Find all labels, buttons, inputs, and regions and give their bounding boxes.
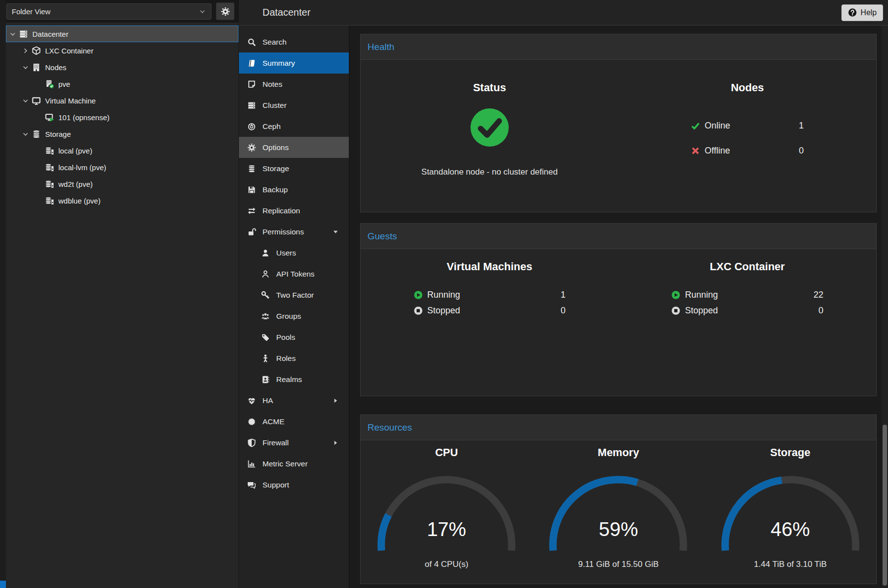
- resource-column-storage: Storage46%1.44 TiB of 3.10 TiB: [705, 440, 876, 570]
- menu-item-label: Roles: [276, 354, 296, 363]
- database-icon: [247, 164, 257, 173]
- menu-item-label: ACME: [262, 417, 285, 426]
- status-row-running: Running1: [414, 287, 566, 302]
- status-row-value: 1: [799, 121, 804, 131]
- tree-item-pve[interactable]: pve: [6, 76, 238, 92]
- menu-item-notes[interactable]: Notes: [239, 74, 349, 95]
- status-column: Status Standalone node - no cluster defi…: [361, 60, 619, 178]
- key-icon: [261, 291, 270, 300]
- tree-item-label: local-lvm (pve): [58, 163, 106, 172]
- caret-down-icon[interactable]: [332, 229, 339, 235]
- menu-item-permissions[interactable]: Permissions: [239, 221, 349, 242]
- content-area: Health Status Standalone node - no clust…: [350, 26, 882, 588]
- tree-item-101-opnsense[interactable]: 101 (opnsense): [6, 109, 238, 126]
- resource-tree: DatacenterLXC ContainerNodespveVirtual M…: [6, 23, 238, 209]
- tree-item-label: Nodes: [45, 63, 66, 72]
- resources-panel: Resources CPU17%of 4 CPU(s)Memory59%9.11…: [360, 414, 877, 584]
- menu-item-support[interactable]: Support: [239, 474, 349, 495]
- tree-item-datacenter[interactable]: Datacenter: [6, 26, 238, 42]
- menu-item-label: Notes: [262, 80, 283, 89]
- caret-right-icon[interactable]: [332, 397, 339, 404]
- scrollbar-thumb[interactable]: [883, 425, 887, 586]
- address-book-icon: [261, 375, 270, 384]
- menu-item-options[interactable]: Options: [239, 137, 349, 158]
- menu-item-ceph[interactable]: Ceph: [239, 116, 349, 137]
- chevron-down-icon[interactable]: [21, 64, 30, 71]
- ceph-icon: [247, 122, 257, 131]
- menu-item-realms[interactable]: Realms: [239, 369, 349, 390]
- menu-item-metric-server[interactable]: Metric Server: [239, 453, 349, 474]
- tree-item-storage[interactable]: Storage: [6, 126, 238, 142]
- guests-column-title: Virtual Machines: [447, 260, 532, 274]
- caret-right-icon[interactable]: [332, 439, 339, 446]
- tree-item-nodes[interactable]: Nodes: [6, 59, 238, 76]
- content-scrollbar[interactable]: [882, 26, 888, 588]
- chevron-down-icon[interactable]: [8, 30, 17, 38]
- menu-item-backup[interactable]: Backup: [239, 179, 349, 200]
- status-row-value: 0: [818, 306, 823, 316]
- status-row-value: 22: [813, 290, 823, 300]
- stop-circle-icon: [671, 306, 680, 315]
- status-row-stopped: Stopped0: [671, 303, 823, 318]
- comments-icon: [247, 481, 257, 489]
- gauge-arc: [545, 469, 692, 555]
- proxmox-datacenter-app: Folder View DatacenterLXC ContainerNodes…: [0, 0, 888, 588]
- menu-item-search[interactable]: Search: [239, 31, 349, 52]
- chevron-down-icon[interactable]: [21, 130, 30, 138]
- status-row-online: Online1: [691, 118, 804, 133]
- question-icon: [848, 8, 857, 17]
- menu-item-groups[interactable]: Groups: [239, 306, 349, 327]
- page-title: Datacenter: [262, 7, 311, 18]
- tree-item-local-pve[interactable]: local (pve): [6, 142, 238, 159]
- menu-item-api-tokens[interactable]: API Tokens: [239, 263, 349, 284]
- tree-item-local-lvm-pve[interactable]: local-lvm (pve): [6, 159, 238, 176]
- gear-icon: [247, 143, 257, 152]
- help-button[interactable]: Help: [841, 4, 883, 21]
- user-icon: [261, 249, 270, 257]
- tree-item-lxc-container[interactable]: LXC Container: [6, 42, 238, 59]
- gauge-caption: 1.44 TiB of 3.10 TiB: [754, 559, 827, 570]
- status-row-label: Stopped: [427, 306, 460, 316]
- tree-indent: [34, 197, 43, 205]
- menu-item-roles[interactable]: Roles: [239, 348, 349, 369]
- resources-panel-header: Resources: [361, 415, 876, 440]
- tree-item-label: Storage: [45, 130, 71, 138]
- status-row-label: Online: [705, 121, 730, 131]
- tree-item-virtual-machine[interactable]: Virtual Machine: [6, 92, 238, 109]
- chevron-down-icon[interactable]: [21, 97, 30, 104]
- menu-item-summary[interactable]: Summary: [239, 52, 349, 74]
- menu-item-cluster[interactable]: Cluster: [239, 95, 349, 116]
- menu-item-firewall[interactable]: Firewall: [239, 432, 349, 453]
- menu-item-pools[interactable]: Pools: [239, 327, 349, 348]
- menu-item-storage[interactable]: Storage: [239, 158, 349, 179]
- tree-item-wdblue-pve[interactable]: wdblue (pve): [6, 192, 238, 209]
- menu-item-label: Realms: [276, 375, 302, 384]
- health-panel: Health Status Standalone node - no clust…: [360, 34, 877, 212]
- menu-item-ha[interactable]: HA: [239, 390, 349, 411]
- menu-item-label: Groups: [276, 312, 301, 321]
- health-panel-title: Health: [367, 42, 394, 52]
- database-drive-icon: [44, 163, 55, 172]
- menu-item-acme[interactable]: ACME: [239, 411, 349, 432]
- menu-item-label: Metric Server: [262, 460, 308, 468]
- menu-item-two-factor[interactable]: Two Factor: [239, 284, 349, 306]
- note-icon: [247, 80, 257, 89]
- resource-column-memory: Memory59%9.11 GiB of 15.50 GiB: [532, 440, 704, 570]
- tree-item-wd2t-pve[interactable]: wd2t (pve): [6, 176, 238, 192]
- book-icon: [247, 59, 257, 68]
- memory-gauge: 59%: [545, 469, 692, 555]
- cross-icon: [691, 146, 700, 155]
- building-check-icon: [44, 79, 55, 89]
- gauge-arc: [373, 469, 520, 555]
- unlock-icon: [247, 228, 257, 236]
- tree-item-label: 101 (opnsense): [58, 113, 109, 122]
- gauge-percent-value: 59%: [545, 517, 692, 541]
- cube-icon: [31, 46, 42, 55]
- menu-item-users[interactable]: Users: [239, 242, 349, 263]
- guests-panel: Guests Virtual MachinesRunning1Stopped0L…: [360, 223, 877, 396]
- menu-item-label: Summary: [262, 59, 295, 68]
- menu-item-replication[interactable]: Replication: [239, 200, 349, 221]
- chevron-right-icon[interactable]: [21, 47, 30, 54]
- tree-settings-button[interactable]: [216, 2, 235, 20]
- view-selector[interactable]: Folder View: [6, 3, 211, 20]
